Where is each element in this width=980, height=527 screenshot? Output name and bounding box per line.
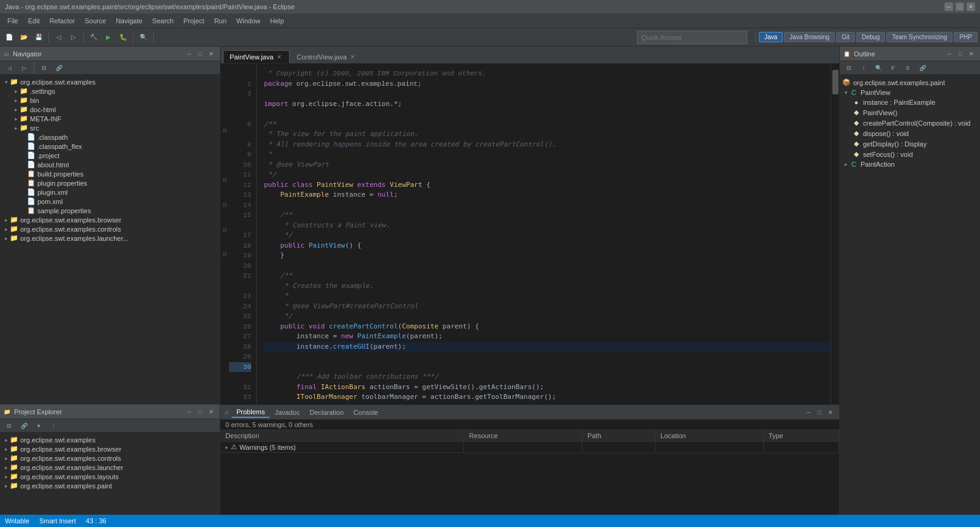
outline-item-dispose[interactable]: ◆ dispose() : void — [840, 128, 980, 138]
tb-save-button[interactable]: 💾 — [32, 31, 45, 44]
fold-20[interactable]: ⊟ — [221, 226, 229, 235]
expand-arrow[interactable]: ▾ — [2, 79, 10, 85]
expand-arrow[interactable]: ▸ — [12, 125, 20, 131]
expand-arrow[interactable]: ▸ — [2, 483, 10, 489]
navigator-close[interactable]: ✕ — [206, 49, 216, 59]
outline-filter-btn[interactable]: 🔍 — [872, 61, 885, 75]
expand-arrow[interactable]: ▸ — [12, 116, 20, 122]
perspective-php[interactable]: PHP — [954, 32, 978, 42]
expand-arrow[interactable]: ▸ — [12, 107, 20, 113]
perspective-debug[interactable]: Debug — [856, 32, 885, 42]
expand-arrow[interactable]: ▸ — [2, 464, 10, 471]
nav-item-launcher[interactable]: ▸ 📁 org.eclipse.swt.examples.launcher... — [0, 233, 220, 243]
fold-17[interactable]: ⊟ — [221, 201, 229, 210]
tb-build-button[interactable]: 🔨 — [87, 31, 100, 44]
maximize-button[interactable]: □ — [956, 2, 964, 11]
outline-item-paintview-class[interactable]: ▾ C PaintView — [840, 88, 980, 97]
nav-item-classpath-flex[interactable]: ▸ 📄 .classpath_flex — [0, 142, 220, 151]
menu-run[interactable]: Run — [209, 15, 232, 26]
editor-scrollbar[interactable] — [831, 64, 839, 404]
expand-arrow[interactable]: ▸ — [2, 446, 10, 452]
menu-edit[interactable]: Edit — [23, 15, 45, 26]
tb-run-button[interactable]: ▶ — [102, 31, 115, 44]
outline-collapse-btn[interactable]: ⊟ — [842, 61, 856, 75]
outline-item-getdisplay[interactable]: ◆ getDisplay() : Display — [840, 138, 980, 149]
tb-back-button[interactable]: ◁ — [52, 31, 66, 44]
perspective-team-sync[interactable]: Team Synchronizing — [886, 32, 952, 42]
outline-close[interactable]: ✕ — [967, 49, 976, 59]
pe-viewmenu-btn[interactable]: ⋮ — [47, 419, 60, 433]
menu-project[interactable]: Project — [178, 15, 209, 26]
outline-item-instance-field[interactable]: ● instance : PaintExample — [840, 97, 980, 107]
expand-arrow[interactable]: ▸ — [2, 217, 10, 223]
tab-problems[interactable]: Problems — [232, 407, 270, 418]
perspective-java-browsing[interactable]: Java Browsing — [784, 32, 835, 42]
expand-arrow[interactable]: ▸ — [2, 235, 10, 241]
pe-item-launcher[interactable]: ▸ 📁 org.eclipse.swt.examples.launcher — [0, 463, 220, 472]
tab-close-paintview[interactable]: ✕ — [276, 54, 283, 60]
pe-collapse-btn[interactable]: ⊟ — [2, 419, 16, 433]
tb-new-button[interactable]: 📄 — [2, 31, 16, 44]
expand-arrow[interactable]: ▸ — [12, 88, 20, 94]
nav-back-btn[interactable]: ◁ — [2, 61, 16, 75]
pe-item-examples[interactable]: ▸ 📁 org.eclipse.swt.examples — [0, 435, 220, 444]
menu-file[interactable]: File — [2, 15, 23, 26]
tb-search-button[interactable]: 🔍 — [137, 31, 150, 44]
nav-item-about-html[interactable]: ▸ 📄 about.html — [0, 160, 220, 169]
navigator-minimize[interactable]: ─ — [184, 49, 194, 59]
fold-8[interactable]: ⊟ — [221, 127, 229, 135]
code-editor[interactable]: ⊟ ⊟ ⊟ ⊟ ⊟ — [221, 64, 839, 404]
nav-item-pom-xml[interactable]: ▸ 📄 pom.xml — [0, 197, 220, 206]
nav-item-meta-inf[interactable]: ▸ 📁 META-INF — [0, 114, 220, 123]
bottom-close[interactable]: ✕ — [826, 408, 835, 417]
table-row[interactable]: ▸ ⚠ Warnings (5 items) — [221, 442, 839, 453]
navigator-maximize[interactable]: □ — [195, 49, 205, 59]
outline-maximize[interactable]: □ — [956, 49, 965, 59]
outline-hide-fields[interactable]: F — [886, 61, 900, 75]
outline-item-setfocus[interactable]: ◆ setFocus() : void — [840, 149, 980, 159]
pe-item-browser[interactable]: ▸ 📁 org.eclipse.swt.examples.browser — [0, 444, 220, 453]
tb-forward-button[interactable]: ▷ — [67, 31, 80, 44]
outline-item-createpartcontrol[interactable]: ◆ createPartControl(Composite) : void — [840, 118, 980, 128]
tab-close-controlview[interactable]: ✕ — [349, 54, 356, 60]
nav-link-btn[interactable]: 🔗 — [52, 61, 66, 75]
menu-navigate[interactable]: Navigate — [111, 15, 147, 26]
expand-icon[interactable]: ▸ — [225, 444, 228, 450]
nav-item-src[interactable]: ▸ 📁 src — [0, 123, 220, 132]
nav-fwd-btn[interactable]: ▷ — [17, 61, 31, 75]
expand-arrow[interactable]: ▾ — [842, 89, 850, 96]
bottom-minimize[interactable]: ─ — [804, 408, 813, 417]
expand-arrow[interactable]: ▸ — [12, 97, 20, 104]
nav-item-plugin-properties[interactable]: ▸ 📋 plugin.properties — [0, 178, 220, 188]
outline-item-package[interactable]: 📦 org.eclipse.swt.examples.paint — [840, 77, 980, 88]
outline-item-paintview-ctor[interactable]: ◆ PaintView() — [840, 107, 980, 118]
expand-arrow[interactable]: ▸ — [2, 226, 10, 232]
outline-sort-btn[interactable]: ↕ — [857, 61, 870, 75]
perspective-java[interactable]: Java — [759, 32, 783, 42]
outline-hide-static[interactable]: S — [901, 61, 914, 75]
tab-paintview[interactable]: PaintView.java ✕ — [223, 50, 290, 63]
pe-link-btn[interactable]: 🔗 — [17, 419, 31, 433]
nav-item-sample-properties[interactable]: ▸ 📋 sample.properties — [0, 206, 220, 215]
nav-item-controls[interactable]: ▸ 📁 org.eclipse.swt.examples.controls — [0, 224, 220, 233]
expand-arrow[interactable]: ▸ — [842, 161, 850, 167]
outline-minimize[interactable]: ─ — [944, 49, 954, 59]
fold-14[interactable]: ⊟ — [221, 176, 229, 185]
tb-debug-button[interactable]: 🐛 — [116, 31, 130, 44]
expand-arrow[interactable]: ▸ — [2, 437, 10, 443]
menu-source[interactable]: Source — [80, 15, 111, 26]
pe-maximize[interactable]: □ — [195, 407, 205, 417]
scroll-thumb[interactable] — [832, 70, 839, 94]
tab-javadoc[interactable]: Javadoc — [270, 408, 304, 417]
fold-23[interactable]: ⊟ — [221, 251, 229, 259]
close-button[interactable]: ✕ — [967, 2, 975, 11]
outline-link-btn[interactable]: 🔗 — [916, 61, 929, 75]
nav-collapse-btn[interactable]: ⊟ — [37, 61, 51, 75]
pe-item-controls[interactable]: ▸ 📁 org.eclipse.swt.examples.controls — [0, 453, 220, 463]
quick-access-input[interactable] — [637, 31, 747, 44]
nav-item-plugin-xml[interactable]: ▸ 📄 plugin.xml — [0, 188, 220, 197]
nav-item-project[interactable]: ▸ 📄 .project — [0, 151, 220, 160]
tab-declaration[interactable]: Declaration — [304, 408, 349, 417]
nav-item-bin[interactable]: ▸ 📁 bin — [0, 96, 220, 105]
nav-item-doc-html[interactable]: ▸ 📁 doc-html — [0, 105, 220, 114]
